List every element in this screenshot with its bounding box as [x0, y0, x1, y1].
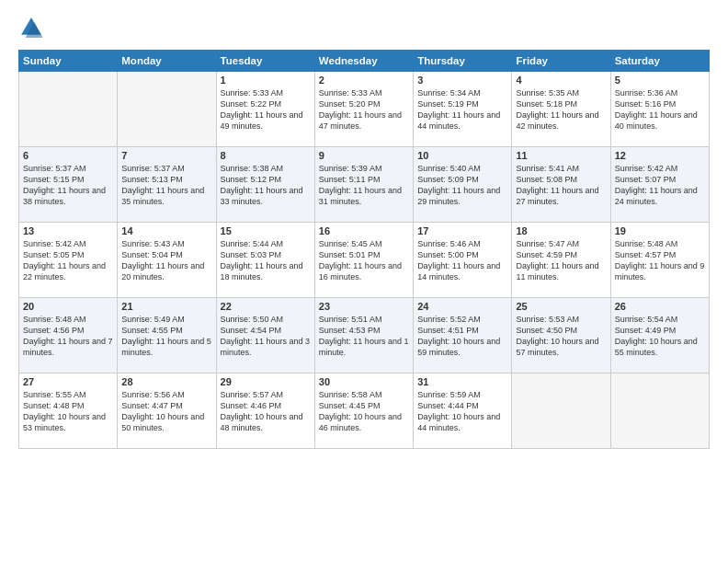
calendar-cell: 28Sunrise: 5:56 AM Sunset: 4:47 PM Dayli…: [118, 373, 216, 449]
day-info: Sunrise: 5:33 AM Sunset: 5:22 PM Dayligh…: [221, 87, 311, 132]
calendar-cell: 11Sunrise: 5:41 AM Sunset: 5:08 PM Dayli…: [512, 147, 610, 223]
calendar-week-4: 20Sunrise: 5:48 AM Sunset: 4:56 PM Dayli…: [19, 298, 710, 373]
day-number: 17: [417, 225, 507, 236]
calendar-cell: 1Sunrise: 5:33 AM Sunset: 5:22 PM Daylig…: [216, 72, 314, 147]
day-number: 11: [516, 150, 606, 161]
calendar-cell: 5Sunrise: 5:36 AM Sunset: 5:16 PM Daylig…: [610, 72, 709, 147]
day-info: Sunrise: 5:52 AM Sunset: 4:51 PM Dayligh…: [417, 314, 507, 359]
day-info: Sunrise: 5:36 AM Sunset: 5:16 PM Dayligh…: [615, 87, 705, 132]
calendar-week-2: 6Sunrise: 5:37 AM Sunset: 5:15 PM Daylig…: [19, 147, 710, 223]
day-info: Sunrise: 5:51 AM Sunset: 4:53 PM Dayligh…: [319, 314, 409, 359]
day-number: 10: [417, 150, 507, 161]
calendar-cell: 31Sunrise: 5:59 AM Sunset: 4:44 PM Dayli…: [414, 373, 512, 449]
calendar-cell: 13Sunrise: 5:42 AM Sunset: 5:05 PM Dayli…: [19, 223, 118, 298]
day-info: Sunrise: 5:43 AM Sunset: 5:04 PM Dayligh…: [121, 238, 211, 283]
calendar-cell: 6Sunrise: 5:37 AM Sunset: 5:15 PM Daylig…: [19, 147, 118, 223]
day-number: 16: [319, 225, 409, 236]
day-number: 19: [615, 225, 705, 236]
page: SundayMondayTuesdayWednesdayThursdayFrid…: [0, 0, 728, 563]
day-info: Sunrise: 5:42 AM Sunset: 5:05 PM Dayligh…: [23, 238, 113, 283]
day-number: 25: [516, 301, 606, 312]
day-number: 2: [319, 75, 409, 86]
calendar-cell: 23Sunrise: 5:51 AM Sunset: 4:53 PM Dayli…: [314, 298, 413, 373]
calendar-cell: [610, 373, 709, 449]
day-info: Sunrise: 5:54 AM Sunset: 4:49 PM Dayligh…: [615, 314, 705, 359]
day-info: Sunrise: 5:59 AM Sunset: 4:44 PM Dayligh…: [417, 389, 507, 434]
day-number: 1: [221, 75, 311, 86]
day-info: Sunrise: 5:44 AM Sunset: 5:03 PM Dayligh…: [221, 238, 311, 283]
calendar-cell: 26Sunrise: 5:54 AM Sunset: 4:49 PM Dayli…: [610, 298, 709, 373]
weekday-header-row: SundayMondayTuesdayWednesdayThursdayFrid…: [19, 51, 710, 72]
weekday-header-wednesday: Wednesday: [314, 51, 413, 72]
day-info: Sunrise: 5:57 AM Sunset: 4:46 PM Dayligh…: [221, 389, 311, 434]
calendar-cell: 20Sunrise: 5:48 AM Sunset: 4:56 PM Dayli…: [19, 298, 118, 373]
day-info: Sunrise: 5:42 AM Sunset: 5:07 PM Dayligh…: [615, 163, 705, 208]
day-info: Sunrise: 5:58 AM Sunset: 4:45 PM Dayligh…: [319, 389, 409, 434]
calendar-cell: 25Sunrise: 5:53 AM Sunset: 4:50 PM Dayli…: [512, 298, 610, 373]
calendar-cell: 12Sunrise: 5:42 AM Sunset: 5:07 PM Dayli…: [610, 147, 709, 223]
day-info: Sunrise: 5:48 AM Sunset: 4:56 PM Dayligh…: [23, 314, 113, 359]
calendar-cell: 24Sunrise: 5:52 AM Sunset: 4:51 PM Dayli…: [414, 298, 512, 373]
weekday-header-tuesday: Tuesday: [216, 51, 314, 72]
day-number: 13: [23, 225, 113, 236]
day-number: 14: [121, 225, 211, 236]
day-info: Sunrise: 5:38 AM Sunset: 5:12 PM Dayligh…: [221, 163, 311, 208]
calendar-cell: 8Sunrise: 5:38 AM Sunset: 5:12 PM Daylig…: [216, 147, 314, 223]
day-info: Sunrise: 5:53 AM Sunset: 4:50 PM Dayligh…: [516, 314, 606, 359]
calendar-cell: 27Sunrise: 5:55 AM Sunset: 4:48 PM Dayli…: [19, 373, 118, 449]
day-info: Sunrise: 5:49 AM Sunset: 4:55 PM Dayligh…: [121, 314, 211, 359]
calendar-cell: 9Sunrise: 5:39 AM Sunset: 5:11 PM Daylig…: [314, 147, 413, 223]
calendar-cell: 29Sunrise: 5:57 AM Sunset: 4:46 PM Dayli…: [216, 373, 314, 449]
day-number: 20: [23, 301, 113, 312]
day-info: Sunrise: 5:33 AM Sunset: 5:20 PM Dayligh…: [319, 87, 409, 132]
day-number: 29: [221, 376, 311, 387]
day-info: Sunrise: 5:48 AM Sunset: 4:57 PM Dayligh…: [615, 238, 705, 283]
calendar-week-3: 13Sunrise: 5:42 AM Sunset: 5:05 PM Dayli…: [19, 223, 710, 298]
calendar-cell: 3Sunrise: 5:34 AM Sunset: 5:19 PM Daylig…: [414, 72, 512, 147]
day-info: Sunrise: 5:37 AM Sunset: 5:13 PM Dayligh…: [121, 163, 211, 208]
day-number: 30: [319, 376, 409, 387]
calendar-cell: [118, 72, 216, 147]
calendar-week-5: 27Sunrise: 5:55 AM Sunset: 4:48 PM Dayli…: [19, 373, 710, 449]
day-number: 23: [319, 301, 409, 312]
weekday-header-thursday: Thursday: [414, 51, 512, 72]
day-number: 21: [121, 301, 211, 312]
day-number: 6: [23, 150, 113, 161]
day-number: 28: [121, 376, 211, 387]
day-number: 18: [516, 225, 606, 236]
day-info: Sunrise: 5:55 AM Sunset: 4:48 PM Dayligh…: [23, 389, 113, 434]
day-number: 7: [121, 150, 211, 161]
day-number: 27: [23, 376, 113, 387]
calendar-cell: 4Sunrise: 5:35 AM Sunset: 5:18 PM Daylig…: [512, 72, 610, 147]
day-number: 31: [417, 376, 507, 387]
day-info: Sunrise: 5:46 AM Sunset: 5:00 PM Dayligh…: [417, 238, 507, 283]
weekday-header-friday: Friday: [512, 51, 610, 72]
day-number: 8: [221, 150, 311, 161]
weekday-header-saturday: Saturday: [610, 51, 709, 72]
calendar-week-1: 1Sunrise: 5:33 AM Sunset: 5:22 PM Daylig…: [19, 72, 710, 147]
day-number: 4: [516, 75, 606, 86]
day-info: Sunrise: 5:47 AM Sunset: 4:59 PM Dayligh…: [516, 238, 606, 283]
logo: [18, 15, 48, 40]
calendar-cell: [19, 72, 118, 147]
day-info: Sunrise: 5:35 AM Sunset: 5:18 PM Dayligh…: [516, 87, 606, 132]
calendar-cell: 2Sunrise: 5:33 AM Sunset: 5:20 PM Daylig…: [314, 72, 413, 147]
calendar-cell: 7Sunrise: 5:37 AM Sunset: 5:13 PM Daylig…: [118, 147, 216, 223]
day-number: 15: [221, 225, 311, 236]
calendar-table: SundayMondayTuesdayWednesdayThursdayFrid…: [18, 50, 710, 449]
day-number: 22: [221, 301, 311, 312]
logo-icon: [18, 15, 44, 40]
day-number: 26: [615, 301, 705, 312]
day-number: 12: [615, 150, 705, 161]
day-number: 9: [319, 150, 409, 161]
calendar-cell: 10Sunrise: 5:40 AM Sunset: 5:09 PM Dayli…: [414, 147, 512, 223]
day-number: 5: [615, 75, 705, 86]
weekday-header-sunday: Sunday: [19, 51, 118, 72]
calendar-cell: [512, 373, 610, 449]
calendar-cell: 19Sunrise: 5:48 AM Sunset: 4:57 PM Dayli…: [610, 223, 709, 298]
day-info: Sunrise: 5:34 AM Sunset: 5:19 PM Dayligh…: [417, 87, 507, 132]
calendar-cell: 15Sunrise: 5:44 AM Sunset: 5:03 PM Dayli…: [216, 223, 314, 298]
day-number: 3: [417, 75, 507, 86]
calendar-cell: 30Sunrise: 5:58 AM Sunset: 4:45 PM Dayli…: [314, 373, 413, 449]
day-info: Sunrise: 5:39 AM Sunset: 5:11 PM Dayligh…: [319, 163, 409, 208]
